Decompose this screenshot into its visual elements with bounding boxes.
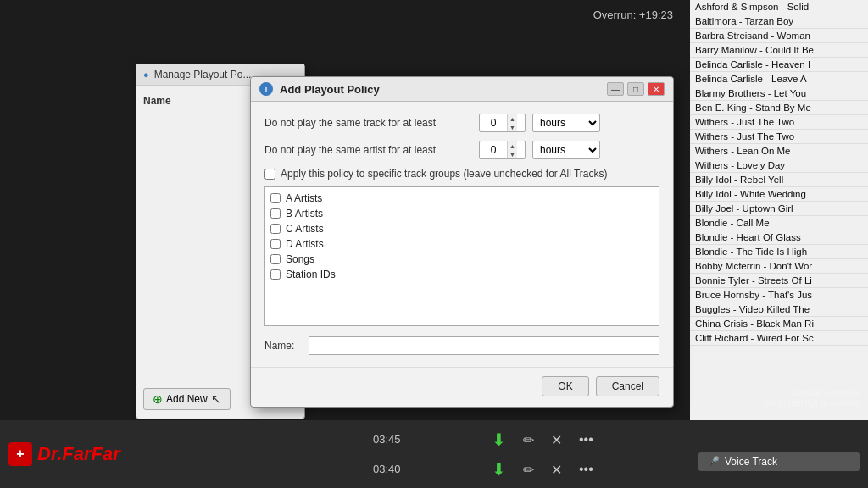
dialog-title-area: i Add Playout Policy: [259, 82, 380, 96]
list-item[interactable]: Ben E. King - Stand By Me: [690, 101, 868, 115]
artist-hours-select[interactable]: hours minutes: [532, 141, 600, 159]
artist-spin-down[interactable]: ▼: [508, 150, 517, 158]
group-list-box: A Artists B Artists C Artists D Artists …: [264, 186, 659, 326]
add-new-label: Add New: [166, 393, 208, 405]
group-item-c-artists: C Artists: [269, 221, 655, 236]
cancel-button[interactable]: Cancel: [596, 376, 659, 396]
logo-text: Dr.FarFar: [37, 443, 120, 465]
track-list-panel: Ashford & Simpson - Solid Baltimora - Ta…: [690, 0, 868, 432]
artist-policy-row: Do not play the same artist for at least…: [264, 141, 659, 159]
track-spin-up[interactable]: ▲: [508, 114, 517, 123]
group-checkbox-d-artists[interactable]: [270, 239, 281, 249]
cursor-indicator: ↖: [211, 392, 221, 406]
list-item[interactable]: Withers - Lovely Day: [690, 158, 868, 173]
group-label-b-artists: B Artists: [286, 208, 323, 219]
list-item[interactable]: Cliff Richard - Wired For Sc: [690, 331, 868, 346]
list-item[interactable]: Belinda Carlisle - Leave A: [690, 72, 868, 86]
voice-track-button[interactable]: 🎤 Voice Track: [698, 452, 860, 471]
manage-title-icon: ●: [143, 69, 149, 80]
pencil-icon-1[interactable]: ✏: [523, 432, 534, 448]
list-item[interactable]: Baltimora - Tarzan Boy: [690, 14, 868, 29]
download-icon-1[interactable]: ⬇: [492, 430, 506, 450]
track-hours-select[interactable]: hours minutes: [532, 114, 600, 132]
dialog-title-label: Add Playout Policy: [280, 83, 380, 96]
group-item-b-artists: B Artists: [269, 206, 655, 221]
list-item[interactable]: Bobby Mcferrin - Don't Wor: [690, 259, 868, 274]
list-item[interactable]: Barbra Streisand - Woman: [690, 29, 868, 43]
list-item[interactable]: Belinda Carlisle - Heaven I: [690, 58, 868, 72]
voice-track-label: Voice Track: [725, 456, 777, 468]
specific-groups-checkbox-row: Apply this policy to specific track grou…: [264, 168, 659, 180]
artist-value-input[interactable]: [480, 142, 507, 158]
add-playout-policy-dialog: i Add Playout Policy — □ ✕ Do not play t…: [250, 76, 674, 408]
remove-icon-2[interactable]: ✕: [551, 462, 562, 478]
list-item[interactable]: Bonnie Tyler - Streets Of Li: [690, 274, 868, 288]
pencil-icon-2[interactable]: ✏: [523, 462, 534, 478]
logo-area: + Dr.FarFar: [8, 442, 120, 466]
maximize-button[interactable]: □: [627, 82, 644, 96]
dialog-title-icon: i: [259, 82, 273, 96]
group-item-station-ids: Station IDs: [269, 267, 655, 282]
list-item[interactable]: Blondie - Heart Of Glass: [690, 230, 868, 245]
list-item[interactable]: Billy Idol - White Wedding: [690, 187, 868, 202]
activate-windows-watermark: Activate WindowsGo to Settings to activa…: [765, 389, 860, 408]
list-item[interactable]: Blarmy Brothers - Let You: [690, 86, 868, 101]
artist-spinbox[interactable]: ▲ ▼: [479, 141, 526, 159]
artist-policy-label: Do not play the same artist for at least: [264, 144, 472, 156]
group-checkbox-b-artists[interactable]: [270, 208, 281, 219]
group-item-a-artists: A Artists: [269, 191, 655, 206]
list-item[interactable]: Bruce Hornsby - That's Jus: [690, 288, 868, 302]
group-checkbox-a-artists[interactable]: [270, 193, 281, 203]
list-item[interactable]: Barry Manilow - Could It Be: [690, 43, 868, 58]
name-field-input[interactable]: [309, 336, 659, 355]
list-item[interactable]: Billy Joel - Uptown Girl: [690, 202, 868, 216]
dialog-titlebar: i Add Playout Policy — □ ✕: [251, 77, 673, 102]
group-label-c-artists: C Artists: [286, 223, 324, 235]
group-label-d-artists: D Artists: [286, 238, 324, 250]
list-item[interactable]: Blondie - Call Me: [690, 216, 868, 230]
group-label-songs: Songs: [286, 253, 314, 265]
close-button[interactable]: ✕: [648, 82, 665, 96]
manage-title-label: Manage Playout Po...: [154, 69, 252, 80]
artist-spinbox-arrows: ▲ ▼: [507, 141, 517, 158]
info-icon: i: [265, 85, 268, 93]
specific-groups-checkbox[interactable]: [264, 169, 275, 180]
track-value-input[interactable]: [480, 115, 507, 130]
group-item-songs: Songs: [269, 252, 655, 267]
ok-button[interactable]: OK: [542, 376, 588, 396]
download-icon-2[interactable]: ⬇: [492, 459, 506, 480]
group-checkbox-station-ids[interactable]: [270, 269, 281, 280]
list-item[interactable]: Billy Idol - Rebel Yell: [690, 173, 868, 187]
more-icon-2[interactable]: •••: [579, 462, 593, 477]
track-policy-label: Do not play the same track for at least: [264, 117, 472, 129]
list-item[interactable]: Withers - Just The Two: [690, 115, 868, 130]
list-item[interactable]: Buggles - Video Killed The: [690, 302, 868, 317]
group-checkbox-songs[interactable]: [270, 254, 281, 264]
list-item[interactable]: Withers - Just The Two: [690, 130, 868, 144]
overrun-label: Overrun: +19:23: [593, 8, 673, 21]
logo-cross-icon: +: [8, 442, 32, 466]
group-item-d-artists: D Artists: [269, 236, 655, 252]
track-spin-down[interactable]: ▼: [508, 123, 517, 131]
group-label-station-ids: Station IDs: [286, 269, 336, 280]
bottom-time-1: 03:45: [373, 433, 401, 446]
track-spinbox[interactable]: ▲ ▼: [479, 114, 526, 132]
group-checkbox-c-artists[interactable]: [270, 224, 281, 234]
mic-icon: 🎤: [707, 456, 720, 468]
dialog-body: Do not play the same track for at least …: [251, 102, 673, 367]
plus-circle-icon: ⊕: [153, 392, 163, 406]
more-icon-1[interactable]: •••: [579, 432, 593, 447]
list-item[interactable]: Ashford & Simpson - Solid: [690, 0, 868, 14]
name-field-label: Name:: [264, 340, 302, 352]
list-item[interactable]: China Crisis - Black Man Ri: [690, 317, 868, 331]
dialog-footer: OK Cancel: [251, 367, 673, 407]
bottom-icons-row2: ⬇ ✏ ✕ •••: [492, 459, 593, 480]
bottom-icons-row1: ⬇ ✏ ✕ •••: [492, 430, 593, 450]
list-item[interactable]: Withers - Lean On Me: [690, 144, 868, 158]
list-item[interactable]: Blondie - The Tide Is High: [690, 245, 868, 259]
specific-groups-label: Apply this policy to specific track grou…: [281, 168, 608, 180]
remove-icon-1[interactable]: ✕: [551, 432, 562, 448]
artist-spin-up[interactable]: ▲: [508, 141, 517, 150]
add-new-button[interactable]: ⊕ Add New ↖: [143, 388, 231, 410]
minimize-button[interactable]: —: [607, 82, 624, 96]
